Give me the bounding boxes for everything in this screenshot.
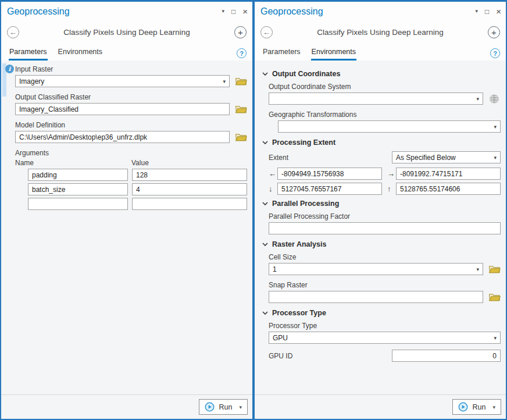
run-options-caret-icon[interactable]: ▾ <box>239 404 242 410</box>
info-icon[interactable]: i <box>5 65 14 73</box>
chevron-down-icon: ▾ <box>473 266 479 272</box>
plus-icon: + <box>491 28 497 37</box>
section-title: Parallel Processing <box>272 200 339 208</box>
add-to-project-button[interactable]: + <box>234 26 247 38</box>
chevron-down-icon <box>262 141 268 144</box>
processor-type-combo[interactable]: GPU ▾ <box>269 332 501 344</box>
extent-combo[interactable]: As Specified Below ▾ <box>392 151 501 163</box>
float-window-icon[interactable]: □ <box>485 8 489 15</box>
browse-folder-button[interactable] <box>234 76 247 86</box>
plus-icon: + <box>238 28 243 37</box>
output-raster-label: Output Classified Raster <box>15 93 247 101</box>
section-header[interactable]: Parallel Processing <box>262 200 501 208</box>
model-definition-input[interactable]: C:\Users\Admin\Desktop\ep36_unfrz.dlpk <box>15 131 230 143</box>
extent-value: As Specified Below <box>396 154 456 162</box>
snap-raster-input[interactable] <box>269 291 483 303</box>
tool-header: ← Classify Pixels Using Deep Learning + <box>255 20 506 44</box>
gpu-id-value: 0 <box>492 352 497 360</box>
table-row: batch_size 4 <box>15 183 247 195</box>
cell-size-value: 1 <box>273 265 277 273</box>
geographic-transformations-label: Geographic Transformations <box>269 111 501 119</box>
help-icon[interactable]: ? <box>237 48 247 58</box>
browse-folder-button[interactable] <box>488 264 501 274</box>
argument-name-input[interactable] <box>28 198 128 210</box>
tab-parameters[interactable]: Parameters <box>9 48 48 60</box>
argument-value-input[interactable]: 4 <box>132 183 247 195</box>
extent-xmin: -8094949.15756938 <box>281 170 344 178</box>
section-header[interactable]: Raster Analysis <box>262 240 501 248</box>
browse-folder-button[interactable] <box>234 132 247 142</box>
gpu-id-input[interactable]: 0 <box>392 350 501 362</box>
tab-environments[interactable]: Environments <box>58 48 103 60</box>
extent-xmax: -8091992.74715171 <box>400 170 462 178</box>
parallel-processing-factor-label: Parallel Processing Factor <box>269 212 501 220</box>
back-button[interactable]: ← <box>7 26 19 38</box>
run-button[interactable]: Run ▾ <box>199 399 248 415</box>
folder-icon <box>235 77 247 86</box>
arguments-header: Name Value <box>15 159 247 167</box>
run-bar: Run ▾ <box>1 394 252 419</box>
panel-titlebar: Geoprocessing ▾ □ × <box>255 2 506 20</box>
play-icon <box>205 402 215 412</box>
run-options-caret-icon[interactable]: ▾ <box>492 404 495 410</box>
help-icon[interactable]: ? <box>490 48 500 58</box>
section-header[interactable]: Processor Type <box>262 309 501 317</box>
browse-folder-button[interactable] <box>488 292 501 302</box>
panel-titlebar: Geoprocessing ▾ □ × <box>1 2 252 20</box>
tab-bar: Parameters Environments ? <box>255 44 506 60</box>
argument-value-input[interactable]: 128 <box>132 169 247 181</box>
tab-environments[interactable]: Environments <box>311 48 356 60</box>
model-definition-value: C:\Users\Admin\Desktop\ep36_unfrz.dlpk <box>19 133 147 141</box>
argument-value: 128 <box>136 171 148 179</box>
close-icon[interactable]: × <box>496 7 501 16</box>
run-bar: Run ▾ <box>255 394 506 419</box>
processor-type-value: GPU <box>273 334 288 342</box>
section-title: Output Coordinates <box>272 70 340 78</box>
output-raster-input[interactable]: Imagery_Classified <box>15 103 230 115</box>
panel-title: Geoprocessing <box>7 6 222 17</box>
argument-name-input[interactable]: batch_size <box>28 183 128 195</box>
extent-ymin-input[interactable]: 5127045.76557167 <box>277 183 382 195</box>
chevron-down-icon <box>262 311 268 315</box>
run-button[interactable]: Run ▾ <box>452 399 501 415</box>
chevron-down-icon <box>262 72 268 76</box>
ocs-combo[interactable]: ▾ <box>269 92 483 105</box>
chevron-down-icon: ▾ <box>490 155 497 161</box>
input-raster-label: Input Raster <box>15 65 247 73</box>
section-processing-extent: Processing Extent Extent As Specified Be… <box>269 138 501 195</box>
panel-menu-icon[interactable]: ▾ <box>475 9 478 14</box>
back-button[interactable]: ← <box>260 26 273 38</box>
extent-xmax-input[interactable]: -8091992.74715171 <box>396 168 501 180</box>
folder-icon <box>235 133 247 142</box>
globe-icon <box>489 94 499 104</box>
section-processor-type: Processor Type Processor Type GPU ▾ GPU … <box>269 309 501 362</box>
extent-ymax-input[interactable]: 5128765.55174606 <box>396 183 501 195</box>
section-header[interactable]: Processing Extent <box>262 138 501 147</box>
tab-parameters[interactable]: Parameters <box>262 48 301 60</box>
argument-name-input[interactable]: padding <box>28 169 128 181</box>
window-controls: ▾ □ × <box>475 7 501 16</box>
browse-folder-button[interactable] <box>234 104 247 114</box>
table-row <box>15 198 247 210</box>
geographic-transformations-combo[interactable]: ▾ <box>278 120 501 133</box>
geoprocessing-panel-parameters: Geoprocessing ▾ □ × ← Classify Pixels Us… <box>0 0 254 420</box>
snap-raster-label: Snap Raster <box>269 281 501 289</box>
play-icon <box>458 402 468 412</box>
parallel-processing-factor-input[interactable] <box>269 222 501 234</box>
extent-xmin-input[interactable]: -8094949.15756938 <box>277 168 382 180</box>
close-icon[interactable]: × <box>242 7 248 16</box>
float-window-icon[interactable]: □ <box>231 8 235 15</box>
chevron-down-icon: ▾ <box>490 124 497 130</box>
output-raster-group: Output Classified Raster Imagery_Classif… <box>15 93 247 115</box>
section-header[interactable]: Output Coordinates <box>262 70 501 78</box>
select-coordinate-system-button[interactable] <box>488 94 501 104</box>
cell-size-combo[interactable]: 1 ▾ <box>269 263 483 275</box>
input-raster-combo[interactable]: Imagery ▾ <box>15 75 230 87</box>
back-arrow-icon: ← <box>9 29 17 36</box>
environments-form: Output Coordinates Output Coordinate Sys… <box>255 60 506 394</box>
add-to-project-button[interactable]: + <box>488 26 500 38</box>
extent-ymax: 5128765.55174606 <box>400 185 460 193</box>
argument-value-input[interactable] <box>132 198 247 210</box>
tab-bar: Parameters Environments ? <box>1 44 252 60</box>
panel-menu-icon[interactable]: ▾ <box>222 9 224 14</box>
